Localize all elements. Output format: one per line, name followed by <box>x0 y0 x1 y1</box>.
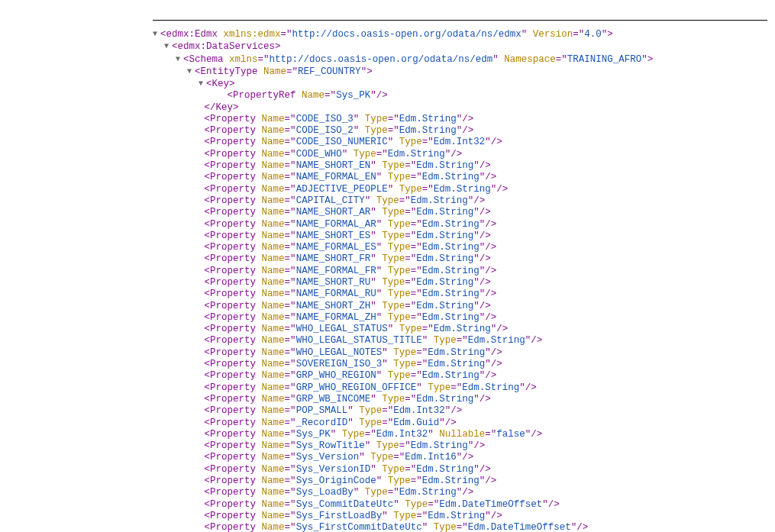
xml-attr-value: 4.0 <box>584 29 602 40</box>
self-close: /> <box>473 195 485 206</box>
quote: " <box>290 207 296 218</box>
angle-bracket: < <box>205 184 211 195</box>
quote: " <box>290 476 296 486</box>
xml-tag-name: Property <box>210 277 256 288</box>
collapse-toggle-icon[interactable]: ▼ <box>164 40 172 52</box>
self-close: /> <box>445 418 457 428</box>
self-close: /> <box>525 382 537 393</box>
self-close: /> <box>576 522 588 532</box>
xml-element: ▼<edmx:DataServices> <box>153 40 767 53</box>
xml-attr-value: NAME_FORMAL_ZH <box>296 312 376 323</box>
xml-tag-name: Property <box>210 253 256 264</box>
quote: " <box>370 277 376 288</box>
xml-tag-name: Property <box>210 195 256 206</box>
equals-sign: = <box>573 29 579 40</box>
xml-attr-name: Name <box>262 452 285 463</box>
quote: " <box>290 253 296 264</box>
quote: " <box>370 429 376 440</box>
xml-attr-value: Edm.String <box>434 184 491 195</box>
quote: " <box>405 440 411 451</box>
xml-attr-value: CAPITAL_CITY <box>296 195 365 206</box>
self-close: /> <box>480 160 491 171</box>
equals-sign: = <box>285 149 291 160</box>
collapse-toggle-icon[interactable]: ▼ <box>199 78 206 89</box>
quote: " <box>290 114 296 124</box>
xml-element: <Property Name="NAME_SHORT_EN" Type="Edm… <box>153 160 767 172</box>
xml-tag-name: Property <box>210 476 256 486</box>
xml-attr-value: Sys_FirstLoadBy <box>296 511 383 521</box>
quote: " <box>331 90 337 101</box>
quote: " <box>416 382 422 393</box>
quote: " <box>290 137 296 147</box>
equals-sign: = <box>285 394 291 405</box>
equals-sign: = <box>405 464 411 475</box>
xml-element: <Property Name="CODE_ISO_NUMERIC" Type="… <box>153 137 767 148</box>
xml-attr-name: Type <box>388 289 411 299</box>
equals-sign: = <box>285 452 291 463</box>
xml-attr-name: Name <box>262 253 285 264</box>
equals-sign: = <box>285 418 291 428</box>
xml-attr-name: Namespace <box>504 53 556 64</box>
quote: " <box>473 160 480 171</box>
xml-attr-name: Type <box>393 359 416 369</box>
angle-bracket: < <box>205 289 211 299</box>
quote: " <box>290 347 296 358</box>
equals-sign: = <box>285 464 291 475</box>
xml-attr-value: ADJECTIVE_PEOPLE <box>296 184 388 195</box>
angle-bracket: < <box>205 231 211 241</box>
quote: " <box>347 418 354 428</box>
quote: " <box>290 125 296 136</box>
xml-attr-name: Name <box>262 137 285 147</box>
collapse-toggle-icon[interactable]: ▼ <box>176 53 183 65</box>
xml-tag-name: Property <box>210 394 256 405</box>
xml-element: <Property Name="CODE_WHO" Type="Edm.Stri… <box>153 149 767 160</box>
angle-bracket: < <box>205 394 211 405</box>
xml-element: ▼<EntityType Name="REF_COUNTRY"> <box>153 66 767 78</box>
xml-tag-name: Property <box>210 335 256 346</box>
collapse-toggle-icon[interactable]: ▼ <box>187 66 195 77</box>
quote: " <box>428 324 434 334</box>
quote: " <box>416 289 422 299</box>
self-close: /> <box>480 277 491 288</box>
xml-attr-name: Name <box>302 90 325 101</box>
xml-attr-name: Type <box>382 277 405 288</box>
equals-sign: = <box>285 207 291 218</box>
xml-attr-value: NAME_SHORT_ZH <box>296 301 371 311</box>
xml-attr-name: Name <box>262 511 285 521</box>
quote: " <box>416 266 422 276</box>
xml-attr-value: CODE_ISO_2 <box>296 125 354 136</box>
equals-sign: = <box>281 29 287 40</box>
equals-sign: = <box>416 511 422 521</box>
xml-tag-name: Property <box>210 440 256 451</box>
xml-attr-name: Name <box>262 172 285 182</box>
equals-sign: = <box>285 382 291 393</box>
quote: " <box>290 382 296 393</box>
xml-attr-value: NAME_FORMAL_FR <box>296 266 376 276</box>
angle-bracket: < <box>205 487 211 498</box>
equals-sign: = <box>285 370 291 381</box>
collapse-toggle-icon[interactable]: ▼ <box>153 28 160 40</box>
xml-attr-value: Edm.Int32 <box>434 137 486 147</box>
xml-attr-name: Name <box>262 335 285 346</box>
equals-sign: = <box>285 347 291 358</box>
angle-bracket: > <box>607 29 613 40</box>
equals-sign: = <box>393 452 399 463</box>
xml-attr-name: Name <box>262 382 285 393</box>
quote: " <box>416 312 422 323</box>
xml-element: <Property Name="Sys_CommitDateUtc" Type=… <box>153 499 767 511</box>
xml-tag-name: Property <box>210 160 256 171</box>
xml-attr-name: Type <box>382 160 405 171</box>
quote: " <box>370 160 376 171</box>
equals-sign: = <box>285 301 291 311</box>
xml-attr-name: Type <box>359 405 382 416</box>
xml-attr-name: Name <box>262 487 285 498</box>
xml-attr-name: Name <box>262 207 285 218</box>
quote: " <box>290 172 296 182</box>
quote: " <box>393 487 399 498</box>
xml-attr-value: Edm.String <box>422 370 480 381</box>
self-close: /> <box>480 207 491 218</box>
self-close: /> <box>480 231 491 241</box>
equals-sign: = <box>285 242 291 253</box>
xml-attr-name: Name <box>262 266 285 276</box>
xml-attr-name: Type <box>354 149 376 160</box>
